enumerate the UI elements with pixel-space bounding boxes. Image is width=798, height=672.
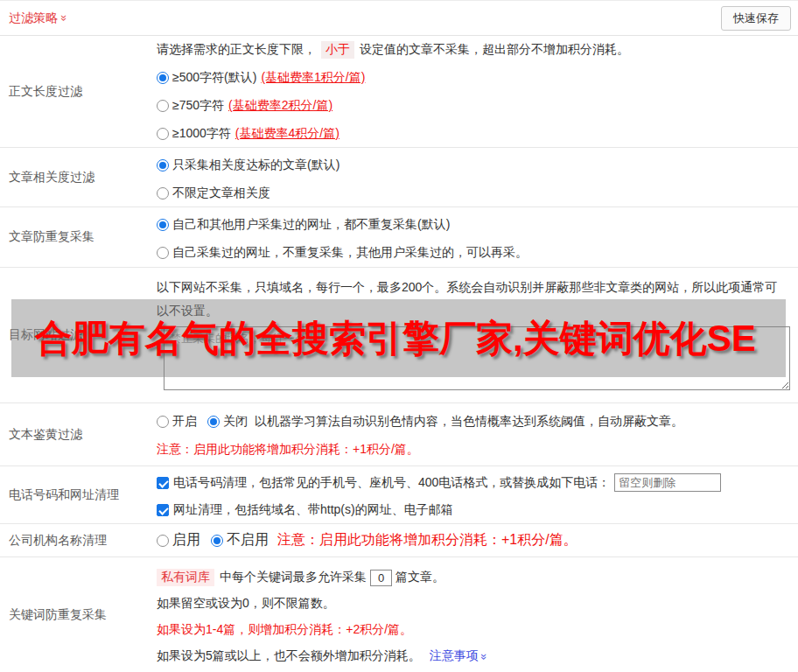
section-label: 文本鉴黄过滤 xyxy=(0,403,157,466)
radio-icon-checked[interactable] xyxy=(157,72,169,84)
keyword-limit-input[interactable] xyxy=(370,570,392,586)
radio-icon-checked[interactable] xyxy=(157,219,169,231)
option-cost-text: (基础费率2积分/篇) xyxy=(228,98,332,114)
section-label: 关键词防重复采集 xyxy=(0,557,157,672)
keyword-note-five-plus: 如果设为5篇或以上，也不会额外增加积分消耗。 xyxy=(157,648,421,664)
chevron-double-down-icon: » xyxy=(59,15,70,21)
radio-icon-checked[interactable] xyxy=(211,535,223,547)
checkbox-phone-clean[interactable]: 电话号码清理，包括常见的手机号、座机号、400电话格式，或替换成如下电话： xyxy=(157,475,610,491)
private-lexicon-link[interactable]: 私有词库 xyxy=(157,569,214,586)
radio-label: 开启 xyxy=(172,414,197,430)
radio-label: 不限定文章相关度 xyxy=(172,186,270,201)
radio-label: ≥750字符 xyxy=(172,98,224,114)
page-header: 过滤策略 » 快速保存 xyxy=(0,1,798,36)
radio-label: 不启用 xyxy=(227,531,269,550)
radio-label: 启用 xyxy=(172,531,200,550)
intro-text-post: 设定值的文章不采集，超出部分不增加积分消耗。 xyxy=(360,42,629,58)
keyword-note-cost: 如果设为1-4篇，则增加积分消耗：+2积分/篇。 xyxy=(157,617,791,643)
section-label: 文章防重复采集 xyxy=(0,207,157,267)
radio-relevance-only[interactable]: 只采集相关度达标的文章(默认) xyxy=(157,158,340,173)
checkbox-label: 电话号码清理，包括常见的手机号、座机号、400电话格式，或替换成如下电话： xyxy=(173,475,610,491)
page-title-text: 过滤策略 xyxy=(9,10,58,26)
radio-icon[interactable] xyxy=(157,187,169,200)
intro-text-pre: 请选择需求的正文长度下限， xyxy=(157,42,316,58)
checkbox-icon-checked[interactable] xyxy=(157,504,169,516)
porn-filter-note: 注意：启用此功能将增加积分消耗：+1积分/篇。 xyxy=(157,436,791,464)
radio-length-500[interactable]: ≥500字符(默认) (基础费率1积分/篇) xyxy=(157,70,365,86)
content-length-intro: 请选择需求的正文长度下限， 小于 设定值的文章不采集，超出部分不增加积分消耗。 xyxy=(157,36,791,64)
radio-icon[interactable] xyxy=(157,100,169,112)
section-content-length: 正文长度过滤 请选择需求的正文长度下限， 小于 设定值的文章不采集，超出部分不增… xyxy=(0,36,798,148)
section-company-clean: 公司机构名称清理 启用 不启用 注意：启用此功能将增加积分消耗：+1积分/篇。 xyxy=(0,524,798,557)
option-cost-text: (基础费率4积分/篇) xyxy=(235,126,340,142)
page-title[interactable]: 过滤策略 » xyxy=(9,10,67,26)
radio-company-off[interactable]: 不启用 xyxy=(211,531,269,550)
radio-icon-checked[interactable] xyxy=(207,416,220,428)
radio-label: 自己采集过的网址，不重复采集，其他用户采集过的，可以再采。 xyxy=(172,245,528,261)
radio-porn-off[interactable]: 关闭 xyxy=(207,414,248,430)
section-target-site: 目标网站过滤 以下网站不采集，只填域名，每行一个，最多200个。系统会自动识别并… xyxy=(0,268,798,403)
radio-icon-checked[interactable] xyxy=(157,159,169,172)
section-porn-filter: 文本鉴黄过滤 开启 关闭 以机器学习算法自动识别色情内容，当色情概率达到系统阈值… xyxy=(0,403,798,466)
radio-length-1000[interactable]: ≥1000字符 (基础费率4积分/篇) xyxy=(157,126,340,142)
radio-label: 自己和其他用户采集过的网址，都不重复采集(默认) xyxy=(172,217,450,233)
radio-label: ≥500字符(默认) xyxy=(172,70,256,86)
notes-link[interactable]: 注意事项 » xyxy=(430,648,487,664)
section-phone-url-clean: 电话号码和网址清理 电话号码清理，包括常见的手机号、座机号、400电话格式，或替… xyxy=(0,466,798,524)
section-dedup: 文章防重复采集 自己和其他用户采集过的网址，都不重复采集(默认) 自己采集过的网… xyxy=(0,207,798,268)
section-label: 电话号码和网址清理 xyxy=(0,466,157,523)
radio-length-750[interactable]: ≥750字符 (基础费率2积分/篇) xyxy=(157,98,332,114)
checkbox-label: 网址清理，包括纯域名、带http(s)的网址、电子邮箱 xyxy=(173,502,453,518)
section-label: 正文长度过滤 xyxy=(0,36,157,147)
section-label: 公司机构名称清理 xyxy=(0,524,157,556)
radio-company-on[interactable]: 启用 xyxy=(157,531,200,550)
radio-porn-on[interactable]: 开启 xyxy=(157,414,197,430)
radio-dedup-self-only[interactable]: 自己采集过的网址，不重复采集，其他用户采集过的，可以再采。 xyxy=(157,245,528,261)
chevron-double-down-icon: » xyxy=(479,653,490,659)
section-label: 目标网站过滤 xyxy=(0,268,157,402)
section-relevance: 文章相关度过滤 只采集相关度达标的文章(默认) 不限定文章相关度 xyxy=(0,148,798,207)
option-cost-text: (基础费率1积分/篇) xyxy=(261,70,365,86)
checkbox-icon-checked[interactable] xyxy=(157,477,169,489)
blocked-domains-textarea[interactable] xyxy=(164,326,790,390)
radio-icon[interactable] xyxy=(157,416,169,428)
keyword-limit-suffix: 篇文章。 xyxy=(396,570,444,585)
replacement-phone-input[interactable] xyxy=(614,473,721,492)
notes-link-text: 注意事项 xyxy=(430,648,479,664)
company-clean-note: 注意：启用此功能将增加积分消耗：+1积分/篇。 xyxy=(277,531,578,550)
keyword-limit-text: 中每个关键词最多允许采集 xyxy=(220,570,367,585)
section-label: 文章相关度过滤 xyxy=(0,148,157,206)
filter-strategy-page: 过滤策略 » 快速保存 正文长度过滤 请选择需求的正文长度下限， 小于 设定值的… xyxy=(0,0,798,672)
quick-save-button[interactable]: 快速保存 xyxy=(721,6,791,31)
radio-icon[interactable] xyxy=(157,535,169,547)
radio-label: ≥1000字符 xyxy=(172,126,231,142)
intro-highlight-less-than: 小于 xyxy=(321,41,354,59)
radio-icon[interactable] xyxy=(157,247,169,259)
keyword-note-zero: 如果留空或设为0，则不限篇数。 xyxy=(157,591,791,617)
radio-dedup-all-users[interactable]: 自己和其他用户采集过的网址，都不重复采集(默认) xyxy=(157,217,450,233)
target-site-description: 以下网站不采集，只填域名，每行一个，最多200个。系统会自动识别并屏蔽那些非文章… xyxy=(157,276,788,323)
radio-icon[interactable] xyxy=(157,128,169,140)
radio-label: 关闭 xyxy=(223,414,248,430)
radio-relevance-any[interactable]: 不限定文章相关度 xyxy=(157,186,270,201)
section-keyword-dedup: 关键词防重复采集 私有词库 中每个关键词最多允许采集 篇文章。 如果留空或设为0… xyxy=(0,557,798,672)
checkbox-url-clean[interactable]: 网址清理，包括纯域名、带http(s)的网址、电子邮箱 xyxy=(157,502,453,518)
radio-label: 只采集相关度达标的文章(默认) xyxy=(172,158,340,173)
porn-filter-description: 以机器学习算法自动识别色情内容，当色情概率达到系统阈值，自动屏蔽文章。 xyxy=(255,414,683,430)
